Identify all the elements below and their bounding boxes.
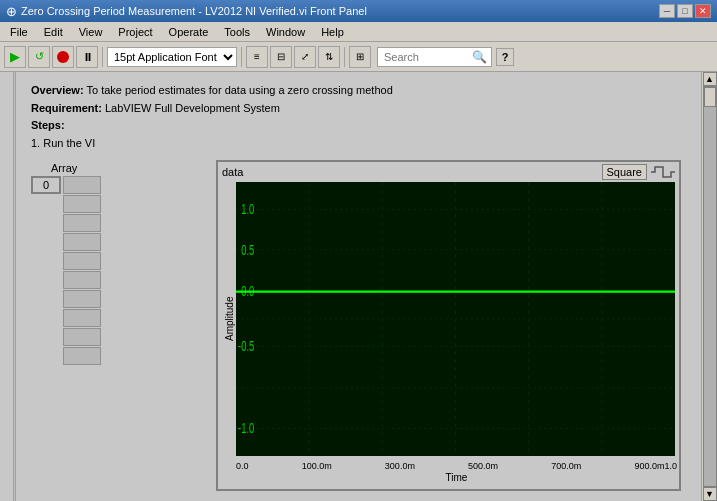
app-icon: ⊕ bbox=[6, 4, 17, 19]
array-cell-4[interactable] bbox=[63, 252, 101, 270]
menu-edit[interactable]: Edit bbox=[36, 24, 71, 40]
x-tick-4: 700.0m bbox=[551, 461, 581, 471]
restore-button[interactable]: □ bbox=[677, 4, 693, 18]
x-tick-5: 900.0m1.0 bbox=[634, 461, 677, 471]
square-label: Square bbox=[602, 164, 647, 180]
steps-line: Steps: bbox=[31, 117, 686, 135]
steps-label: Steps: bbox=[31, 119, 65, 131]
array-cell-0[interactable] bbox=[63, 176, 101, 194]
resize-button[interactable]: ⤢ bbox=[294, 46, 316, 68]
x-axis-title: Time bbox=[234, 472, 679, 483]
array-cell-2[interactable] bbox=[63, 214, 101, 232]
close-button[interactable]: ✕ bbox=[695, 4, 711, 18]
svg-text:-1.0: -1.0 bbox=[238, 420, 254, 437]
scroll-down-button[interactable]: ▼ bbox=[703, 487, 717, 501]
menu-view[interactable]: View bbox=[71, 24, 111, 40]
description-block: Overview: To take period estimates for d… bbox=[31, 82, 686, 152]
array-cell-6[interactable] bbox=[63, 290, 101, 308]
align-icon: ≡ bbox=[254, 51, 260, 62]
array-cell-8[interactable] bbox=[63, 328, 101, 346]
font-selector[interactable]: 15pt Application Font bbox=[107, 47, 237, 67]
graph-container: Amplitude bbox=[218, 182, 679, 483]
array-widget: Array 0 bbox=[31, 162, 101, 365]
array-cell-5[interactable] bbox=[63, 271, 101, 289]
menu-file[interactable]: File bbox=[2, 24, 36, 40]
menu-window[interactable]: Window bbox=[258, 24, 313, 40]
resize-icon: ⤢ bbox=[301, 51, 309, 62]
x-tick-3: 500.0m bbox=[468, 461, 498, 471]
title-left: ⊕ Zero Crossing Period Measurement - LV2… bbox=[6, 4, 367, 19]
graph-svg: 1.0 0.5 0.0 -0.5 -1.0 bbox=[236, 182, 675, 456]
x-axis-labels: 0.0 100.0m 300.0m 500.0m 700.0m 900.0m1.… bbox=[234, 460, 679, 472]
scroll-up-button[interactable]: ▲ bbox=[703, 72, 717, 86]
reorder-icon: ⇅ bbox=[325, 51, 333, 62]
run-arrow-button[interactable]: ▶ bbox=[4, 46, 26, 68]
array-label: Array bbox=[51, 162, 101, 174]
waveform-selector[interactable]: Square bbox=[602, 164, 675, 180]
step1-text: 1. Run the VI bbox=[31, 137, 95, 149]
step1-line: 1. Run the VI bbox=[31, 135, 686, 153]
distribute-icon: ⊟ bbox=[277, 51, 285, 62]
array-index-box[interactable]: 0 bbox=[31, 176, 61, 194]
x-tick-0: 0.0 bbox=[236, 461, 249, 471]
help-icon: ? bbox=[502, 51, 509, 63]
pause-icon: ⏸ bbox=[82, 51, 93, 63]
align-button[interactable]: ≡ bbox=[246, 46, 268, 68]
run-arrow-icon: ▶ bbox=[10, 49, 20, 64]
svg-text:0.5: 0.5 bbox=[241, 241, 254, 258]
left-panel bbox=[0, 72, 16, 501]
window-title: Zero Crossing Period Measurement - LV201… bbox=[21, 5, 367, 17]
svg-text:1.0: 1.0 bbox=[241, 201, 254, 218]
svg-text:-0.5: -0.5 bbox=[238, 338, 254, 355]
y-axis-label: Amplitude bbox=[222, 182, 236, 456]
menu-help[interactable]: Help bbox=[313, 24, 352, 40]
grid-button[interactable]: ⊞ bbox=[349, 46, 371, 68]
menu-operate[interactable]: Operate bbox=[161, 24, 217, 40]
run-continuously-button[interactable]: ↺ bbox=[28, 46, 50, 68]
array-cells bbox=[63, 176, 101, 365]
run-continuously-icon: ↺ bbox=[35, 50, 44, 63]
overview-text: To take period estimates for data using … bbox=[86, 84, 392, 96]
right-scrollbar: ▲ ▼ bbox=[701, 72, 717, 501]
chart-widget: data Square Amplitude bbox=[216, 160, 681, 491]
search-input[interactable] bbox=[382, 47, 472, 67]
search-box[interactable]: 🔍 bbox=[377, 47, 492, 67]
array-index-value: 0 bbox=[43, 179, 49, 191]
distribute-button[interactable]: ⊟ bbox=[270, 46, 292, 68]
overview-line: Overview: To take period estimates for d… bbox=[31, 82, 686, 100]
x-tick-2: 300.0m bbox=[385, 461, 415, 471]
abort-button[interactable] bbox=[52, 46, 74, 68]
requirement-line: Requirement: LabVIEW Full Development Sy… bbox=[31, 100, 686, 118]
chart-header: data Square bbox=[218, 162, 679, 182]
square-wave-icon bbox=[651, 165, 675, 179]
menu-tools[interactable]: Tools bbox=[216, 24, 258, 40]
grid-icon: ⊞ bbox=[356, 51, 364, 62]
reorder-button[interactable]: ⇅ bbox=[318, 46, 340, 68]
help-button[interactable]: ? bbox=[496, 48, 514, 66]
pause-button[interactable]: ⏸ bbox=[76, 46, 98, 68]
menu-bar: File Edit View Project Operate Tools Win… bbox=[0, 22, 717, 42]
menu-project[interactable]: Project bbox=[110, 24, 160, 40]
toolbar-sep-3 bbox=[344, 47, 345, 67]
overview-label: Overview: bbox=[31, 84, 84, 96]
window-controls: ─ □ ✕ bbox=[659, 4, 711, 18]
title-bar: ⊕ Zero Crossing Period Measurement - LV2… bbox=[0, 0, 717, 22]
chart-data-label: data bbox=[222, 166, 243, 178]
abort-icon bbox=[57, 51, 69, 63]
graph-plot-area: 1.0 0.5 0.0 -0.5 -1.0 bbox=[236, 182, 675, 456]
array-container: 0 bbox=[31, 176, 101, 365]
toolbar: ▶ ↺ ⏸ 15pt Application Font ≡ ⊟ ⤢ ⇅ ⊞ 🔍 … bbox=[0, 42, 717, 72]
array-cell-3[interactable] bbox=[63, 233, 101, 251]
requirement-text: LabVIEW Full Development System bbox=[105, 102, 280, 114]
minimize-button[interactable]: ─ bbox=[659, 4, 675, 18]
array-cell-7[interactable] bbox=[63, 309, 101, 327]
array-index-control: 0 bbox=[31, 176, 61, 365]
toolbar-sep-2 bbox=[241, 47, 242, 67]
scroll-thumb[interactable] bbox=[704, 87, 716, 107]
array-cell-1[interactable] bbox=[63, 195, 101, 213]
requirement-label: Requirement: bbox=[31, 102, 102, 114]
search-icon[interactable]: 🔍 bbox=[472, 50, 487, 64]
array-cell-9[interactable] bbox=[63, 347, 101, 365]
x-tick-1: 100.0m bbox=[302, 461, 332, 471]
scroll-track[interactable] bbox=[703, 86, 717, 487]
